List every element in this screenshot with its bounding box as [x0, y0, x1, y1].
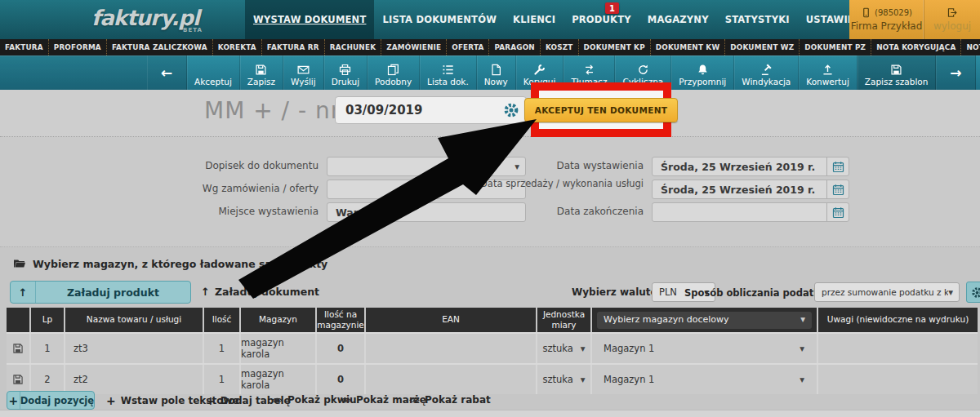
toolbar-podobny-button[interactable]: Podobny — [368, 55, 420, 90]
warehouse-heading-text: Wybierz magazyn, z którego ładowane są p… — [33, 258, 327, 270]
row-notes[interactable] — [818, 334, 978, 363]
document-number-input[interactable]: 03/09/2019 — [335, 96, 527, 124]
row-qty[interactable]: 1 — [204, 365, 241, 394]
account-id: (985029) — [875, 8, 912, 17]
eye-icon — [409, 395, 420, 406]
row-notes[interactable] — [818, 365, 978, 394]
nav-lista-dokumentow[interactable]: LISTA DOKUMENTÓW — [374, 0, 505, 39]
show-discount-toggle[interactable]: Pokaż rabat — [409, 394, 491, 406]
toolbar-zapisz-szablon-button[interactable]: Zapisz szablon — [858, 55, 937, 90]
toolbar-spacer — [0, 55, 147, 90]
unit-value: sztuka — [542, 343, 572, 354]
header-ilosc-na-magazynie: Ilość na magazynie — [317, 308, 366, 332]
tab-proforma[interactable]: PROFORMA — [48, 39, 106, 55]
tab-oferta[interactable]: OFERTA — [446, 39, 488, 55]
nav-magazyny[interactable]: MAGAZYNY — [639, 0, 717, 39]
logout-label: wyloguj — [933, 20, 971, 32]
account-name: Firma Przykład — [851, 20, 923, 32]
tab-koszt[interactable]: KOSZT — [540, 39, 578, 55]
tab-faktura-zaliczkowa[interactable]: FAKTURA ZALICZKOWA — [106, 39, 212, 55]
tab-dokument-wz[interactable]: DOKUMENT WZ — [724, 39, 799, 55]
toolbar-windykacja-button[interactable]: Windykacja — [734, 55, 799, 90]
row-qty[interactable]: 1 — [204, 334, 241, 363]
toolbar-wyslij-button[interactable]: Wyślij — [283, 55, 324, 90]
header-icon-col — [7, 308, 31, 332]
toolbar-lista-dok-button[interactable]: Lista dok. — [420, 55, 477, 90]
calendar-icon[interactable] — [826, 203, 849, 221]
calendar-icon[interactable] — [826, 157, 849, 175]
wrench-icon — [533, 63, 546, 76]
row-name[interactable]: zt2 — [65, 365, 204, 394]
tab-dokument-pz[interactable]: DOKUMENT PZ — [799, 39, 871, 55]
table-row: 1 zt3 1 magazyn karola 0 sztuka ▼ Magazy… — [7, 332, 978, 363]
tab-dokument-kw[interactable]: DOKUMENT KW — [650, 39, 725, 55]
unit-select[interactable]: sztuka ▼ — [542, 374, 585, 385]
table-row: 2 zt2 1 magazyn karola 0 sztuka ▼ Magazy… — [7, 363, 978, 394]
tab-zamowienie[interactable]: ZAMÓWIENIE — [381, 39, 446, 55]
header-uwagi: Uwagi (niewidoczne na wydruku) — [818, 308, 978, 332]
tab-korekta[interactable]: KOREKTA — [212, 39, 261, 55]
arrow-up-icon — [11, 282, 36, 303]
tax-method-select[interactable]: przez sumowanie podatku z każdej pozycji… — [814, 282, 960, 302]
account-company-button[interactable]: (985029) Firma Przykład — [849, 0, 924, 39]
tab-paragon[interactable]: PARAGON — [488, 39, 540, 55]
row-unit-cell: sztuka ▼ — [537, 334, 592, 363]
toolbar-akceptuj-button[interactable]: Akceptuj — [187, 55, 240, 90]
row-name[interactable]: zt3 — [65, 334, 204, 363]
calendar-icon[interactable] — [826, 180, 849, 198]
header-magazyn: Magazyn — [241, 308, 317, 332]
load-product-button[interactable]: Załaduj produkt — [10, 281, 191, 304]
nav-statystyki[interactable]: STATYSTYKI — [717, 0, 798, 39]
unit-select[interactable]: sztuka ▼ — [542, 343, 585, 354]
nav-wystaw-dokument[interactable]: WYSTAW DOKUMENT — [245, 0, 374, 39]
tab-nota-korygujaca[interactable]: NOTA KORYGUJĄCA — [871, 39, 960, 55]
row-ean[interactable] — [366, 365, 537, 394]
target-warehouse-select[interactable]: Magazyn 1 ▼ — [592, 365, 817, 394]
tab-faktura-rr[interactable]: FAKTURA RR — [261, 39, 324, 55]
tab-dokument-kp[interactable]: DOKUMENT KP — [578, 39, 650, 55]
nav-klienci[interactable]: KLIENCI — [505, 0, 564, 39]
toolbar-nowy-button[interactable]: Nowy — [477, 55, 516, 90]
toolbar-drukuj-button[interactable]: Drukuj — [324, 55, 368, 90]
show-discount-label: Pokaż rabat — [425, 394, 491, 406]
tab-faktura[interactable]: FAKTURA — [0, 39, 48, 55]
logo[interactable]: faktury.pl BETA — [91, 6, 199, 30]
data-sprzedazy-input[interactable]: Środa, 25 Wrzesień 2019 r. — [652, 180, 849, 199]
toolbar-prev-button[interactable]: ← — [147, 55, 187, 90]
toolbar-zapisz-button[interactable]: Zapisz — [240, 55, 283, 90]
row-lp: 2 — [31, 365, 65, 394]
load-document-link[interactable]: Załaduj dokument — [201, 286, 319, 298]
items-table: Lp Nazwa towaru / usługi Ilość Magazyn I… — [7, 308, 978, 394]
tax-settings-gear-button[interactable] — [966, 282, 980, 303]
translate-swap-icon — [583, 63, 595, 76]
tab-nota-ksiegowa[interactable]: NOTA KSIĘGOWA — [960, 39, 980, 55]
toolbar-next-button[interactable]: → — [936, 55, 976, 90]
save-row-icon[interactable] — [12, 343, 24, 354]
top-navigation-bar: faktury.pl BETA WYSTAW DOKUMENT LISTA DO… — [0, 0, 980, 39]
tab-rachunek[interactable]: RACHUNEK — [324, 39, 381, 55]
header-ean: EAN — [366, 308, 537, 332]
add-item-button[interactable]: Dodaj pozycję — [7, 391, 95, 410]
header-nazwa: Nazwa towaru / usługi — [65, 308, 204, 332]
row-ean[interactable] — [366, 334, 537, 363]
wg-zamowienia-label: Wg zamówienia / oferty — [122, 184, 318, 194]
gavel-icon — [760, 63, 773, 76]
target-warehouse-select[interactable]: Magazyn 1 ▼ — [592, 334, 817, 363]
numbering-gear-icon[interactable] — [503, 102, 519, 122]
document-type-tabs: FAKTURA PROFORMA FAKTURA ZALICZKOWA KORE… — [0, 39, 980, 55]
accept-document-button[interactable]: AKCEPTUJ TEN DOKUMENT — [524, 98, 678, 122]
chevron-down-icon: ▼ — [948, 289, 959, 296]
save-row-icon[interactable] — [12, 374, 24, 385]
target-warehouse-header-select[interactable]: Wybierz magazyn docelowy ▼ — [597, 312, 812, 329]
logo-beta-tag: BETA — [183, 27, 203, 33]
toolbar-konwertuj-button[interactable]: Konwertuj — [799, 55, 858, 90]
logout-button[interactable]: wyloguj — [924, 0, 980, 39]
toolbar-przypomnij-button[interactable]: Przypomnij — [671, 55, 734, 90]
load-product-label: Załaduj produkt — [36, 282, 190, 303]
convert-upload-icon — [822, 63, 834, 76]
plus-icon — [7, 392, 20, 409]
data-wystawienia-input[interactable]: Środa, 25 Wrzesień 2019 r. — [652, 157, 849, 176]
nav-produkty[interactable]: PRODUKTY — [564, 0, 639, 39]
data-zakonczenia-input[interactable] — [652, 202, 849, 222]
row-warehouse: magazyn karola — [241, 334, 317, 363]
